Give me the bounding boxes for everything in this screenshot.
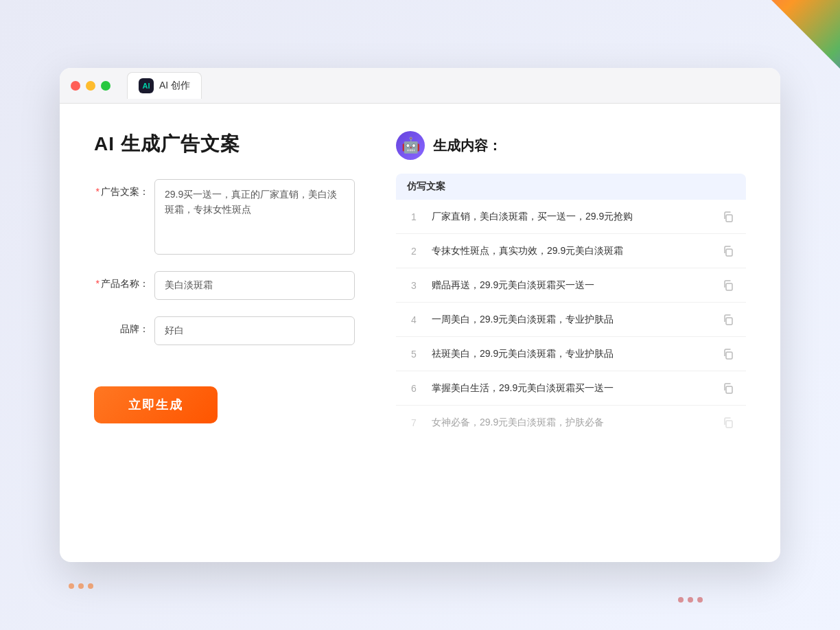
titlebar: AI AI 创作 [60,68,780,104]
ad-copy-required: * [96,186,100,197]
ai-tab-icon: AI [139,78,154,93]
row-text: 一周美白，29.9元美白淡斑霜，专业护肤品 [432,312,710,327]
row-number: 4 [407,314,421,325]
row-number: 2 [407,246,421,257]
table-row: 4 一周美白，29.9元美白淡斑霜，专业护肤品 [396,303,746,337]
minimize-button[interactable] [86,81,95,91]
copy-icon[interactable] [721,279,735,292]
product-label: *产品名称： [94,271,149,290]
right-panel: 🤖 生成内容： 仿写文案 1 厂家直销，美白淡斑霜，买一送一，29.9元抢购 2… [396,131,746,535]
brand-row: 品牌： [94,316,355,345]
svg-rect-5 [726,386,732,393]
table-row: 3 赠品再送，29.9元美白淡斑霜买一送一 [396,268,746,303]
svg-rect-0 [726,215,732,222]
copy-icon[interactable] [721,347,735,361]
bg-dots-right [678,597,703,603]
right-title: 生成内容： [433,137,502,155]
product-row: *产品名称： [94,271,355,300]
svg-rect-1 [726,249,732,256]
ad-copy-label: *广告文案： [94,179,149,198]
table-header: 仿写文案 [396,174,746,200]
table-row: 5 祛斑美白，29.9元美白淡斑霜，专业护肤品 [396,337,746,371]
svg-rect-2 [726,283,732,290]
page-title: AI 生成广告文案 [94,131,355,157]
copy-icon[interactable] [721,313,735,327]
results-table: 仿写文案 1 厂家直销，美白淡斑霜，买一送一，29.9元抢购 2 专抹女性斑点，… [396,174,746,535]
maximize-button[interactable] [101,81,110,91]
bg-dots-left [69,583,93,589]
ad-copy-input[interactable] [154,179,355,255]
row-text: 厂家直销，美白淡斑霜，买一送一，29.9元抢购 [432,209,710,224]
product-required: * [96,278,100,289]
copy-icon[interactable] [721,382,735,395]
ai-tab-label: AI 创作 [159,80,190,92]
table-row: 1 厂家直销，美白淡斑霜，买一送一，29.9元抢购 [396,200,746,234]
main-content: AI 生成广告文案 *广告文案： *产品名称： 品牌： [60,104,780,562]
close-button[interactable] [71,81,80,91]
row-number: 5 [407,349,421,360]
left-panel: AI 生成广告文案 *广告文案： *产品名称： 品牌： [94,131,355,535]
copy-icon[interactable] [721,416,735,430]
svg-rect-4 [726,352,732,359]
row-number: 7 [407,417,421,428]
table-row: 2 专抹女性斑点，真实功效，29.9元美白淡斑霜 [396,234,746,268]
svg-rect-3 [726,318,732,325]
brand-label: 品牌： [94,316,149,336]
brand-input[interactable] [154,316,355,345]
robot-icon: 🤖 [396,131,425,160]
product-input[interactable] [154,271,355,300]
ai-tab[interactable]: AI AI 创作 [127,72,202,99]
row-text: 女神必备，29.9元美白淡斑霜，护肤必备 [432,415,710,430]
row-text: 赠品再送，29.9元美白淡斑霜买一送一 [432,278,710,292]
traffic-lights [71,81,110,91]
app-window: AI AI 创作 AI 生成广告文案 *广告文案： *产品名称： [60,68,780,562]
right-header: 🤖 生成内容： [396,131,746,160]
row-text: 掌握美白生活，29.9元美白淡斑霜买一送一 [432,381,710,395]
ad-copy-row: *广告文案： [94,179,355,255]
row-text: 专抹女性斑点，真实功效，29.9元美白淡斑霜 [432,244,710,258]
table-row: 7 女神必备，29.9元美白淡斑霜，护肤必备 [396,406,746,439]
row-number: 1 [407,211,421,222]
copy-icon[interactable] [721,210,735,224]
row-text: 祛斑美白，29.9元美白淡斑霜，专业护肤品 [432,347,710,361]
row-number: 6 [407,383,421,394]
table-row: 6 掌握美白生活，29.9元美白淡斑霜买一送一 [396,371,746,406]
generate-button[interactable]: 立即生成 [94,386,218,423]
copy-icon[interactable] [721,244,735,258]
results-rows: 1 厂家直销，美白淡斑霜，买一送一，29.9元抢购 2 专抹女性斑点，真实功效，… [396,200,746,439]
svg-rect-6 [726,421,732,428]
row-number: 3 [407,280,421,291]
